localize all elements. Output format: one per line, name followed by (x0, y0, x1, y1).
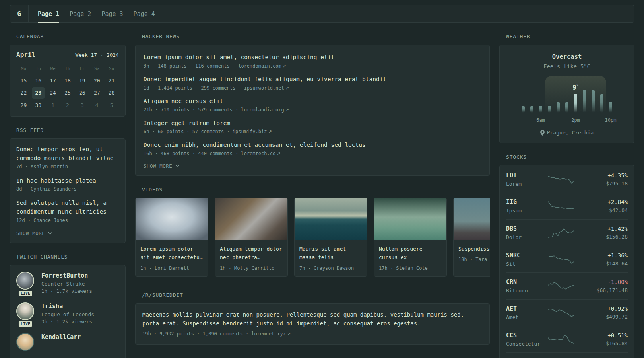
weather-header: WEATHER (499, 33, 634, 39)
stocks-section: STOCKS LDI Lorem +4.35% $795.18 (499, 154, 634, 358)
weather-bar-slot (563, 89, 571, 113)
calendar-day: 27 (90, 87, 103, 99)
stock-name: Dolor (506, 234, 548, 240)
subreddit-post-domain-link[interactable]: loremnet.xyz↗ (251, 331, 291, 337)
hackernews-item-domain-link[interactable]: ipsumify.biz↗ (233, 129, 272, 134)
stock-symbol[interactable]: CRN (506, 278, 548, 286)
rss-show-more-button[interactable]: SHOW MORE (16, 230, 119, 236)
video-card[interactable]: Lorem ipsum dolor sit amet consectetu… 1… (135, 198, 208, 277)
calendar-day: 16 (32, 75, 45, 86)
stock-change: +2.84% (574, 199, 628, 205)
video-card[interactable]: Mauris sit amet massa felis 7h · Grayson… (294, 198, 367, 277)
app-logo[interactable]: G (10, 5, 29, 22)
stock-row[interactable]: CRN Bitcorn -1.00% $66,171.48 (506, 272, 628, 299)
stock-symbol[interactable]: DBS (506, 225, 548, 232)
top-nav-bar: G Page 1 Page 2 Page 3 Page 4 (10, 5, 634, 23)
weather-bar (592, 90, 595, 113)
twitch-channel-row[interactable]: LIVE Trisha League of Legends 3h · 1.2k … (16, 302, 119, 325)
stock-name: Sit (506, 261, 548, 267)
stock-change: +4.35% (574, 172, 628, 179)
hackernews-item-meta: 3h · 148 points · 116 comments · loremdo… (144, 63, 481, 69)
hackernews-item-title[interactable]: Aliquam nec cursus elit (144, 98, 481, 104)
avatar (16, 302, 34, 320)
stock-row[interactable]: CCS Consectetur +0.51% $165.84 (506, 326, 628, 352)
page-tab[interactable]: Page 2 (64, 5, 96, 22)
stock-row[interactable]: IIG Ipsum +2.84% $42.04 (506, 193, 628, 219)
video-meta: 17h · Stefan Cole (379, 265, 442, 271)
hackernews-item-title[interactable]: Donec imperdiet augue tincidunt felis al… (144, 76, 481, 82)
hackernews-show-more-button[interactable]: SHOW MORE (144, 163, 481, 169)
rss-section: RSS FEED Donec tempor eros leo, ut commo… (10, 127, 126, 243)
weather-bar-slot (545, 89, 554, 113)
stock-price: $66,171.48 (574, 287, 628, 293)
hackernews-item-domain-link[interactable]: loremtech.co↗ (241, 151, 280, 156)
page-tab[interactable]: Page 4 (128, 5, 160, 22)
weather-current-temp: 9° (572, 84, 578, 91)
hackernews-item-title[interactable]: Lorem ipsum dolor sit amet, consectetur … (144, 54, 481, 60)
calendar-day: 5 (105, 99, 118, 111)
video-thumbnail (295, 198, 367, 240)
calendar-day: 23 (32, 87, 45, 99)
stock-row[interactable]: SNRC Sit +1.36% $148.64 (506, 246, 628, 272)
weather-section: WEATHER Overcast Feels like 5°C 9° 6am 2… (499, 33, 634, 143)
stocks-header: STOCKS (499, 154, 634, 160)
video-card[interactable]: Aliquam tempor dolor nec pharetra… 1h · … (215, 198, 288, 277)
calendar-day: 17 (47, 75, 60, 86)
hackernews-item-meta: 21h · 710 points · 579 comments · loreml… (144, 107, 481, 113)
calendar-day: 22 (17, 87, 30, 99)
twitch-channel-row[interactable]: KendallCarr (16, 333, 119, 351)
hackernews-item-domain-link[interactable]: ipsumworld.net↗ (244, 85, 289, 91)
weather-bar-slot (571, 89, 580, 113)
hackernews-item-domain-link[interactable]: loremdomain.com↗ (238, 63, 286, 69)
page-tab[interactable]: Page 3 (96, 5, 128, 22)
external-link-icon: ↗ (283, 64, 286, 69)
rss-item-title[interactable]: Donec tempor eros leo, ut commodo mauris… (16, 145, 119, 163)
rss-item-title[interactable]: Sed volutpat nulla nisl, a condimentum n… (16, 199, 119, 216)
video-card[interactable]: Nullam posuere cursus ex 17h · Stefan Co… (374, 198, 447, 277)
hackernews-item-domain-link[interactable]: loremlandia.org↗ (241, 107, 289, 113)
calendar-day-grid: 1516171819202122232425262728293012345 (16, 74, 119, 111)
calendar-weekday: Fr (75, 64, 89, 74)
rss-item-title[interactable]: In hac habitasse platea (16, 177, 119, 185)
middle-column: HACKER NEWS Lorem ipsum dolor sit amet, … (135, 33, 490, 358)
subreddit-post-title[interactable]: Maecenas mollis pulvinar erat non posuer… (142, 311, 483, 328)
subreddit-header: /R/SUBREDDIT (135, 292, 490, 298)
calendar-weekday: Tu (31, 64, 46, 74)
weather-bar (539, 106, 542, 113)
video-title: Aliquam tempor dolor nec pharetra… (220, 245, 283, 262)
left-column: CALENDAR April Week 17 · 2024 MoTuWeThFr… (10, 33, 126, 358)
hackernews-card: Lorem ipsum dolor sit amet, consectetur … (135, 45, 490, 176)
stock-symbol[interactable]: AET (506, 305, 548, 312)
calendar-day: 19 (76, 75, 89, 86)
twitch-channel-row[interactable]: LIVE ForrestBurton Counter-Strike 1h · 1… (16, 272, 119, 294)
weather-bar (583, 90, 586, 113)
weather-time-label: 6am (536, 117, 545, 123)
twitch-channel-name[interactable]: KendallCarr (41, 333, 81, 340)
stock-row[interactable]: DBS Dolor +1.42% $156.28 (506, 219, 628, 246)
stock-row[interactable]: AET Amet +0.92% $499.72 (506, 299, 628, 326)
video-title: Mauris sit amet massa felis (299, 245, 362, 262)
hackernews-item-title[interactable]: Integer eget rutrum lorem (144, 120, 481, 126)
hackernews-item-meta: 1d · 1,414 points · 299 comments · ipsum… (144, 85, 481, 91)
hackernews-item-title[interactable]: Donec enim nibh, condimentum et accumsan… (144, 142, 481, 148)
twitch-channel-name[interactable]: ForrestBurton (41, 272, 92, 279)
twitch-channel-list: LIVE ForrestBurton Counter-Strike 1h · 1… (16, 272, 119, 351)
page-tabs: Page 1 Page 2 Page 3 Page 4 (33, 5, 160, 22)
calendar-day: 25 (61, 87, 74, 99)
page-tab[interactable]: Page 1 (33, 5, 64, 22)
stock-symbol[interactable]: IIG (506, 198, 548, 206)
stocks-card: LDI Lorem +4.35% $795.18 (499, 165, 634, 358)
stock-symbol[interactable]: CCS (506, 332, 548, 339)
twitch-channel-name[interactable]: Trisha (41, 303, 94, 310)
stock-symbol[interactable]: SNRC (506, 252, 548, 259)
video-card[interactable]: Suspendisse diam 18h · Tara (453, 198, 490, 277)
calendar-card: April Week 17 · 2024 MoTuWeThFrSaSu 1516… (10, 45, 126, 117)
hackernews-item: Donec imperdiet augue tincidunt felis al… (144, 70, 481, 92)
weather-bar (557, 102, 560, 113)
stock-symbol[interactable]: LDI (506, 172, 548, 179)
stock-row[interactable]: LDI Lorem +4.35% $795.18 (506, 166, 628, 193)
stock-name: Bitcorn (506, 288, 548, 294)
rss-header: RSS FEED (10, 127, 126, 133)
stock-row[interactable]: AHS +0.46% (506, 352, 628, 358)
chevron-down-icon (48, 232, 52, 235)
